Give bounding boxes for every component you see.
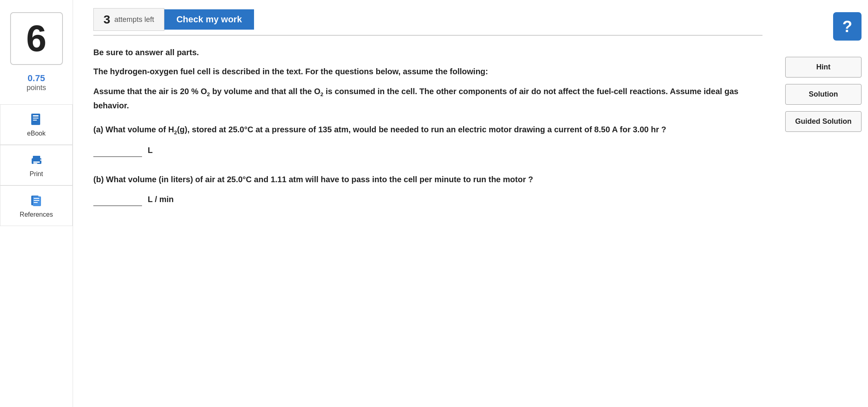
svg-rect-13	[34, 202, 38, 203]
unit-label-b: L / min	[148, 195, 174, 204]
question-content: Be sure to answer all parts. The hydroge…	[93, 48, 743, 206]
points-section: 0.75 points	[26, 73, 46, 92]
svg-rect-1	[33, 115, 39, 116]
answer-input-b[interactable]	[93, 193, 142, 206]
left-sidebar: 6 0.75 points eBook	[0, 0, 73, 407]
print-icon	[29, 153, 44, 168]
points-label: points	[26, 84, 46, 92]
svg-rect-12	[34, 200, 39, 201]
svg-rect-11	[34, 198, 39, 199]
guided-solution-button[interactable]: Guided Solution	[785, 111, 862, 132]
solution-button[interactable]: Solution	[785, 84, 862, 105]
answer-row-b: L / min	[93, 193, 743, 206]
svg-rect-6	[33, 162, 40, 163]
references-icon	[29, 193, 44, 209]
question-intro: The hydrogen-oxygen fuel cell is describ…	[93, 65, 743, 78]
right-sidebar: Hint Solution Guided Solution	[779, 0, 868, 407]
ebook-label: eBook	[27, 130, 45, 137]
print-label: Print	[30, 170, 43, 178]
question-number: 6	[10, 12, 63, 65]
points-value: 0.75	[26, 73, 46, 84]
sidebar-item-ebook[interactable]: eBook	[0, 104, 73, 145]
attempts-number: 3	[103, 13, 110, 26]
sub-question-a: (a) What volume of H2(g), stored at 25.0…	[93, 123, 743, 137]
svg-rect-10	[33, 196, 41, 206]
references-label: References	[20, 211, 53, 218]
help-button[interactable]	[833, 12, 862, 41]
sidebar-item-references[interactable]: References	[0, 185, 73, 226]
instruction-text: Be sure to answer all parts.	[93, 48, 743, 57]
svg-rect-4	[32, 158, 41, 164]
svg-rect-8	[40, 159, 41, 161]
top-bar: 3 attempts left Check my work	[93, 8, 762, 36]
sidebar-tools: eBook Print	[0, 104, 73, 226]
assumption-text: Assume that the air is 20 % O2 by volume…	[93, 85, 743, 112]
right-buttons: Hint Solution Guided Solution	[785, 57, 862, 132]
sub-question-b: (b) What volume (in liters) of air at 25…	[93, 173, 743, 185]
check-my-work-button[interactable]: Check my work	[164, 9, 254, 30]
svg-rect-7	[33, 163, 37, 164]
book-icon	[29, 112, 44, 127]
answer-input-a[interactable]	[93, 144, 142, 157]
answer-row-a: L	[93, 144, 743, 157]
attempts-section: 3 attempts left	[93, 8, 164, 31]
sidebar-item-print[interactable]: Print	[0, 145, 73, 185]
svg-rect-2	[33, 118, 39, 118]
svg-rect-5	[33, 156, 40, 159]
hint-button[interactable]: Hint	[785, 57, 862, 78]
unit-label-a: L	[148, 146, 153, 155]
main-content: 3 attempts left Check my work Be sure to…	[73, 0, 779, 407]
attempts-text: attempts left	[114, 15, 154, 24]
svg-rect-3	[33, 120, 37, 121]
